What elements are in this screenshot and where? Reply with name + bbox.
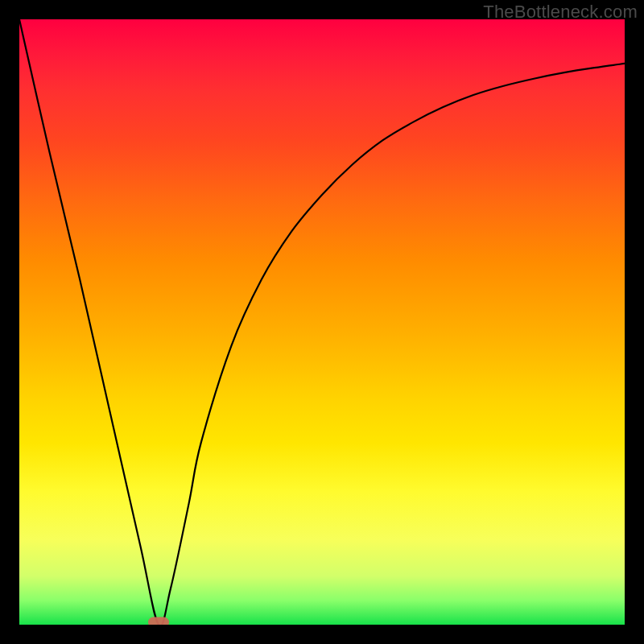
chart-frame: TheBottleneck.com: [0, 0, 644, 644]
minimum-marker: [148, 617, 169, 625]
plot-area: [19, 19, 625, 625]
line-chart: [19, 19, 625, 625]
watermark-text: TheBottleneck.com: [483, 2, 638, 23]
bottleneck-curve: [19, 19, 625, 625]
